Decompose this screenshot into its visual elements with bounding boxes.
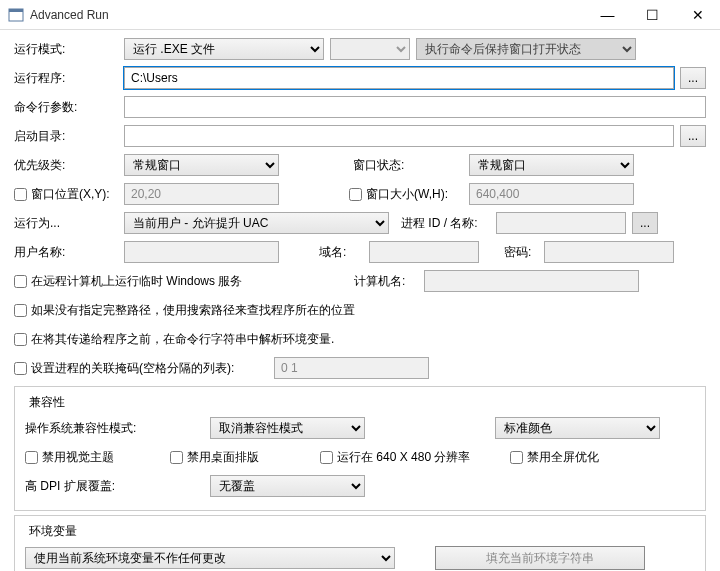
- disable-desktop-checkbox[interactable]: [170, 451, 183, 464]
- startdir-input[interactable]: [124, 125, 674, 147]
- domain-input: [369, 241, 479, 263]
- remote-svc-checkbox-label[interactable]: 在远程计算机上运行临时 Windows 服务: [14, 273, 354, 290]
- startdir-label: 启动目录:: [14, 128, 124, 145]
- compat-group: 兼容性 操作系统兼容性模式: 取消兼容性模式 标准颜色 禁用视觉主题 禁用桌面排…: [14, 386, 706, 511]
- winsize-input: [469, 183, 634, 205]
- disable-fullscreen-checkbox-label[interactable]: 禁用全屏优化: [510, 449, 599, 466]
- remote-svc-checkbox[interactable]: [14, 275, 27, 288]
- dpi-label: 高 DPI 扩展覆盖:: [25, 478, 210, 495]
- runas-label: 运行为...: [14, 215, 124, 232]
- compat-mode-label: 操作系统兼容性模式:: [25, 420, 210, 437]
- pidname-label: 进程 ID / 名称:: [401, 215, 496, 232]
- username-label: 用户名称:: [14, 244, 124, 261]
- env-group-title: 环境变量: [25, 523, 81, 540]
- pidname-browse-button[interactable]: ...: [632, 212, 658, 234]
- search-path-checkbox-label[interactable]: 如果没有指定完整路径，使用搜索路径来查找程序所在的位置: [14, 302, 355, 319]
- password-label: 密码:: [504, 244, 544, 261]
- run640-checkbox[interactable]: [320, 451, 333, 464]
- env-group: 环境变量 使用当前系统环境变量不作任何更改 填充当前环境字符串: [14, 515, 706, 571]
- program-browse-button[interactable]: ...: [680, 67, 706, 89]
- args-label: 命令行参数:: [14, 99, 124, 116]
- winpos-checkbox-label[interactable]: 窗口位置(X,Y):: [14, 186, 124, 203]
- disable-fullscreen-checkbox[interactable]: [510, 451, 523, 464]
- priority-label: 优先级类:: [14, 157, 124, 174]
- dpi-select[interactable]: 无覆盖: [210, 475, 365, 497]
- search-path-checkbox[interactable]: [14, 304, 27, 317]
- args-input[interactable]: [124, 96, 706, 118]
- app-icon: [8, 7, 24, 23]
- password-input: [544, 241, 674, 263]
- compat-group-title: 兼容性: [25, 394, 69, 411]
- minimize-button[interactable]: —: [585, 0, 630, 29]
- env-mode-select[interactable]: 使用当前系统环境变量不作任何更改: [25, 547, 395, 569]
- parse-env-checkbox[interactable]: [14, 333, 27, 346]
- parse-env-checkbox-label[interactable]: 在将其传递给程序之前，在命令行字符串中解析环境变量.: [14, 331, 334, 348]
- startdir-browse-button[interactable]: ...: [680, 125, 706, 147]
- pidname-input: [496, 212, 626, 234]
- computer-label: 计算机名:: [354, 273, 424, 290]
- computer-input: [424, 270, 639, 292]
- window-title: Advanced Run: [30, 8, 585, 22]
- maximize-button[interactable]: ☐: [630, 0, 675, 29]
- domain-label: 域名:: [319, 244, 369, 261]
- disable-visual-checkbox-label[interactable]: 禁用视觉主题: [25, 449, 170, 466]
- run640-checkbox-label[interactable]: 运行在 640 X 480 分辨率: [320, 449, 510, 466]
- fill-env-button[interactable]: 填充当前环境字符串: [435, 546, 645, 570]
- run-mode-label: 运行模式:: [14, 41, 124, 58]
- svg-rect-1: [9, 9, 23, 12]
- username-input: [124, 241, 279, 263]
- winsize-checkbox-label[interactable]: 窗口大小(W,H):: [349, 186, 469, 203]
- runas-select[interactable]: 当前用户 - 允许提升 UAC: [124, 212, 389, 234]
- priority-select[interactable]: 常规窗口: [124, 154, 279, 176]
- disable-desktop-checkbox-label[interactable]: 禁用桌面排版: [170, 449, 320, 466]
- winstate-label: 窗口状态:: [349, 157, 469, 174]
- disable-visual-checkbox[interactable]: [25, 451, 38, 464]
- winpos-input: [124, 183, 279, 205]
- program-label: 运行程序:: [14, 70, 124, 87]
- secondary-mode-select[interactable]: [330, 38, 410, 60]
- compat-color-select[interactable]: 标准颜色: [495, 417, 660, 439]
- winpos-checkbox[interactable]: [14, 188, 27, 201]
- run-mode-select[interactable]: 运行 .EXE 文件: [124, 38, 324, 60]
- winsize-checkbox[interactable]: [349, 188, 362, 201]
- winstate-select[interactable]: 常规窗口: [469, 154, 634, 176]
- compat-mode-select[interactable]: 取消兼容性模式: [210, 417, 365, 439]
- program-input[interactable]: [124, 67, 674, 89]
- affinity-input: [274, 357, 429, 379]
- affinity-checkbox[interactable]: [14, 362, 27, 375]
- close-button[interactable]: ✕: [675, 0, 720, 29]
- affinity-checkbox-label[interactable]: 设置进程的关联掩码(空格分隔的列表):: [14, 360, 274, 377]
- after-exec-select[interactable]: 执行命令后保持窗口打开状态: [416, 38, 636, 60]
